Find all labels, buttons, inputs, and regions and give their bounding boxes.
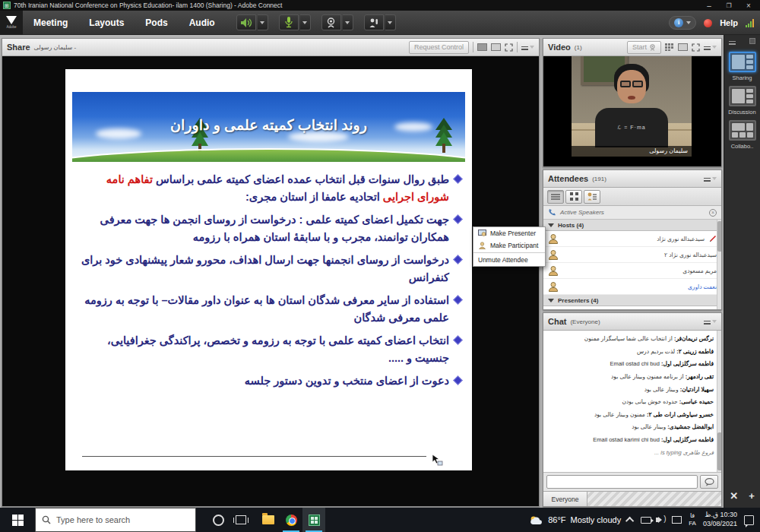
- chat-input[interactable]: [546, 475, 698, 489]
- menu-meeting[interactable]: Meeting: [23, 11, 78, 35]
- chat-scrollbar[interactable]: [717, 331, 721, 472]
- window-title: 70th Iranian National Conference on Phys…: [14, 2, 698, 9]
- chat-scope: (Everyone): [570, 318, 600, 325]
- typing-indicator: فروغ طاهری is typing ...: [548, 449, 714, 456]
- mouse-cursor-icon: [431, 454, 443, 466]
- taskbar-search[interactable]: Type here to search: [35, 508, 196, 532]
- active-speakers-close-icon[interactable]: ×: [709, 209, 717, 217]
- presenter-icon: [478, 230, 486, 237]
- webcam-button[interactable]: [321, 14, 341, 30]
- tray-expand-icon[interactable]: [625, 517, 634, 525]
- add-pod-icon[interactable]: +: [749, 490, 755, 502]
- tray-camera-icon[interactable]: [641, 517, 651, 524]
- chrome-button[interactable]: [280, 508, 302, 532]
- adobe-connect-taskbar-button[interactable]: [302, 508, 325, 532]
- chat-message: نرگس نریمان‌فر از انتخاب عالی شما سپاسگز…: [548, 335, 714, 343]
- start-button[interactable]: [0, 508, 35, 532]
- filmstrip-view-icon[interactable]: [678, 43, 688, 51]
- app-menubar: Adobe Meeting Layouts Pods Audio: [0, 11, 760, 35]
- presenter-avatar-icon: [548, 309, 558, 310]
- share-stage: روند انتخاب کمیته علمی و داوران طبق روال…: [2, 56, 539, 506]
- adobe-connect-icon: ⊞: [3, 2, 11, 9]
- status-view-button[interactable]: [584, 190, 600, 204]
- close-pod-icon[interactable]: ✕: [730, 490, 738, 502]
- layout-discussion[interactable]: Discussion: [724, 86, 760, 116]
- menu-layouts[interactable]: Layouts: [78, 11, 135, 35]
- slide-bullet: درخواست از روسای انجمنها جهت ارسال اهداف…: [76, 252, 461, 287]
- layout-sharing[interactable]: Sharing: [724, 52, 760, 81]
- slide-bullets: طبق روال سنوات قبل انتخاب عمده اعضای کمی…: [76, 171, 461, 395]
- drawing-rights-icon: [709, 235, 717, 242]
- file-explorer-button[interactable]: [257, 508, 280, 532]
- tray-volume-icon[interactable]: [658, 517, 662, 523]
- grid-view-icon[interactable]: [665, 43, 674, 51]
- clock[interactable]: 10:30 ق.ظ 03/08/2021: [703, 511, 737, 528]
- attendee-row[interactable]: [543, 306, 721, 309]
- layout-panel-icon[interactable]: [749, 38, 755, 44]
- attendee-row[interactable]: سیدعبداله نوری نژاد ۲: [543, 247, 721, 263]
- presenters-section-header[interactable]: Presenters (4): [543, 295, 721, 306]
- minimize-button[interactable]: –: [701, 2, 717, 10]
- send-message-button[interactable]: [700, 475, 718, 489]
- layout-menu-icon[interactable]: [729, 38, 736, 44]
- cortana-button[interactable]: [207, 508, 230, 532]
- video-pod-menu-icon[interactable]: [704, 46, 717, 49]
- attendees-pod-menu-icon[interactable]: [704, 177, 717, 180]
- slide-divider-line: [82, 456, 426, 457]
- menu-item-unmute-attendee[interactable]: Unmute Attendee: [473, 254, 545, 266]
- host-avatar-icon: [548, 234, 558, 244]
- close-button[interactable]: ×: [740, 2, 757, 10]
- view-mode-alt-icon[interactable]: [491, 43, 501, 51]
- tray-network-icon[interactable]: [672, 516, 682, 524]
- adobe-connect-app-icon: [309, 515, 320, 526]
- request-control-button[interactable]: Request Control: [409, 41, 469, 54]
- view-mode-icon[interactable]: [477, 43, 487, 51]
- action-center-icon[interactable]: [744, 515, 754, 525]
- breakout-view-button[interactable]: [565, 190, 582, 204]
- chat-pod-menu-icon[interactable]: [704, 320, 717, 323]
- menu-audio[interactable]: Audio: [179, 11, 226, 35]
- attendee-row[interactable]: سیدعبداله نوری نژاد: [543, 231, 721, 247]
- attendee-row[interactable]: مریم مسعودی: [543, 263, 721, 279]
- hosts-section-header[interactable]: Hosts (4): [543, 220, 721, 231]
- attendees-scrollbar[interactable]: [717, 220, 721, 309]
- menu-item-make-participant[interactable]: Make Participant: [473, 239, 545, 252]
- menu-pods[interactable]: Pods: [135, 11, 178, 35]
- maximize-button[interactable]: ❐: [720, 2, 737, 9]
- search-placeholder: Type here to search: [56, 515, 130, 524]
- menu-item-make-presenter[interactable]: Make Presenter: [473, 227, 545, 239]
- share-pod-header: Share سلیمان رسولی - Request Control: [2, 39, 539, 56]
- system-tray: 86°F Mostly cloudy فا FA 10:30 ق.ظ 03/08…: [530, 508, 760, 532]
- list-view-button[interactable]: [547, 190, 564, 204]
- speaker-dropdown[interactable]: [258, 14, 268, 30]
- attendees-pod-header: Attendees (191): [543, 170, 721, 188]
- mic-dropdown[interactable]: [300, 14, 311, 30]
- chat-tab-everyone[interactable]: Everyone: [543, 492, 587, 506]
- video-fullscreen-icon[interactable]: [692, 43, 700, 52]
- active-speaker-phone-icon: [548, 208, 556, 217]
- collapse-icon: [548, 223, 554, 227]
- adobe-logo[interactable]: Adobe: [0, 11, 23, 35]
- speaker-icon: [240, 17, 252, 28]
- attendee-row-selected[interactable]: نعمت داوری: [543, 279, 721, 295]
- task-view-button[interactable]: [230, 508, 252, 532]
- mic-button[interactable]: [279, 14, 299, 30]
- raise-hand-button[interactable]: [364, 14, 384, 30]
- video-name-label: سلیمان رسولی: [572, 146, 692, 157]
- weather-widget[interactable]: 86°F Mostly cloudy: [530, 515, 621, 525]
- attendees-list: Hosts (4) سیدعبداله نوری نژاد سیدعبداله …: [543, 220, 721, 309]
- raise-hand-icon: [369, 17, 378, 28]
- microphone-icon: [285, 17, 293, 28]
- fullscreen-icon[interactable]: [505, 43, 513, 52]
- speaker-button[interactable]: [236, 14, 256, 30]
- attendees-count: (191): [592, 176, 606, 182]
- language-indicator[interactable]: فا FA: [689, 512, 696, 527]
- webcam-dropdown[interactable]: [343, 14, 353, 30]
- raise-hand-dropdown[interactable]: [385, 14, 396, 30]
- share-pod-menu-icon[interactable]: [521, 46, 534, 49]
- connection-info-button[interactable]: i: [669, 16, 696, 30]
- video-pod: Video (1) Start ℒ = F·ma: [543, 38, 722, 167]
- layout-collaboration[interactable]: Collabo..: [724, 120, 760, 150]
- start-webcam-button[interactable]: Start: [627, 41, 661, 54]
- help-menu[interactable]: Help: [720, 18, 738, 27]
